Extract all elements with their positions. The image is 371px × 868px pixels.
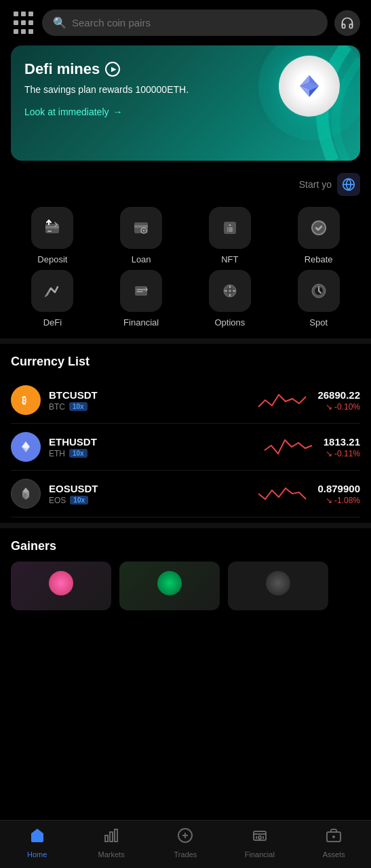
gainers-section: Gainers [0,528,371,616]
gainer-card-2[interactable] [119,561,220,610]
spot-icon-box [298,270,340,312]
financial-nav-icon [252,827,268,848]
eos-price: 0.879900 ↘ -1.08% [317,483,360,505]
options-icon-box [209,270,251,312]
svg-text:₿: ₿ [22,395,26,406]
nav-financial-label: Financial [245,850,275,859]
bottom-navigation: Home Markets Trades [0,820,371,868]
deposit-label: Deposit [37,254,67,264]
btc-price: 26890.22 ↘ -0.10% [317,389,360,412]
loan-icon-box [120,207,162,249]
currency-item-btc[interactable]: ₿ BTCUSDT BTC 10x 26890.22 ↘ -0.10% [11,377,360,424]
eos-info: EOSUSDT EOS 10x [49,483,247,505]
spot-button[interactable]: Spot [277,270,360,328]
eth-leverage: 10x [69,449,87,458]
nft-icon-box [209,207,251,249]
grid-menu-icon[interactable] [11,11,35,35]
btc-price-value: 26890.22 [317,389,360,401]
nav-trades[interactable]: Trades [165,827,206,859]
section-divider [0,338,371,344]
btc-price-change: ↘ -0.10% [317,402,360,412]
rebate-label: Rebate [305,254,333,264]
rebate-button[interactable]: Rebate [277,207,360,264]
nav-markets-label: Markets [98,850,125,859]
eth-sub: ETH 10x [49,449,253,458]
defi-button[interactable]: DeFi [11,270,94,328]
currency-list-title: Currency List [11,355,360,369]
gainer-card-3[interactable] [228,561,328,610]
language-button[interactable] [337,173,360,196]
nav-assets-label: Assets [323,850,345,859]
btc-sparkline [255,387,309,414]
start-row: Start yo [0,167,371,201]
assets-icon [326,827,342,848]
nav-assets[interactable]: Assets [313,827,354,859]
gainers-title: Gainers [11,539,360,553]
financial-icon-box [120,270,162,312]
defi-icon-box [31,270,73,312]
eth-icon [11,432,41,462]
currency-item-eth[interactable]: ETHUSDT ETH 10x 1813.21 ↘ -0.11% [11,424,360,471]
btc-icon: ₿ [11,385,41,415]
gainer-icon-2 [157,571,182,595]
start-text: Start yo [299,179,332,190]
btc-sub: BTC 10x [49,402,247,412]
nav-home-label: Home [27,850,47,859]
eos-sparkline [255,480,309,507]
gainer-icon-3 [266,571,290,595]
eth-logo [279,56,340,117]
header: 🔍 [0,0,371,45]
gainer-icon-1 [49,571,73,595]
btc-base: BTC [49,402,65,412]
options-label: Options [214,317,245,328]
loan-button[interactable]: Loan [100,207,183,264]
svg-rect-36 [110,832,113,842]
nft-button[interactable]: NFT [189,207,272,264]
eth-price: 1813.21 ↘ -0.11% [324,436,360,458]
spot-label: Spot [309,317,328,328]
nav-financial[interactable]: Financial [239,827,280,859]
search-icon: 🔍 [53,16,66,29]
rebate-icon-box [298,207,340,249]
btc-leverage: 10x [69,402,87,411]
promo-banner[interactable]: Defi mines ▶ The savings plan rewards 10… [11,45,360,161]
svg-point-42 [258,836,261,839]
options-button[interactable]: Options [189,270,272,328]
eos-leverage: 10x [70,496,88,505]
eth-info: ETHUSDT ETH 10x [49,436,253,458]
play-icon: ▶ [105,62,120,77]
svg-point-19 [229,290,231,292]
nav-markets[interactable]: Markets [91,827,132,859]
loan-label: Loan [132,254,151,264]
eos-pair: EOSUSDT [49,483,247,494]
deposit-button[interactable]: Deposit [11,207,94,264]
currency-list-section: Currency List ₿ BTCUSDT BTC 10x 26890. [0,344,371,523]
eos-price-value: 0.879900 [317,483,360,494]
defi-label: DeFi [43,317,62,328]
eth-base: ETH [49,449,65,458]
search-bar[interactable]: 🔍 [42,9,328,36]
svg-rect-13 [227,227,233,232]
gainer-card-1[interactable] [11,561,111,610]
svg-rect-8 [45,226,59,229]
eos-price-change: ↘ -1.08% [317,496,360,505]
nav-home[interactable]: Home [17,827,58,859]
currency-item-eos[interactable]: EOSUSDT EOS 10x 0.879900 ↘ -1.08% [11,471,360,517]
eth-sparkline [261,433,315,460]
trades-icon [177,827,193,848]
gainers-divider [0,523,371,528]
deposit-icon-box [31,207,73,249]
eos-icon [11,479,41,509]
eth-price-change: ↘ -0.11% [324,449,360,458]
btc-pair: BTCUSDT [49,389,247,401]
svg-rect-37 [115,829,117,842]
search-input[interactable] [72,17,317,28]
nft-label: NFT [221,254,238,264]
eos-base: EOS [49,496,66,505]
financial-button[interactable]: Financial [100,270,183,328]
financial-label: Financial [123,317,159,328]
nav-trades-label: Trades [174,850,197,859]
support-button[interactable] [334,10,360,36]
eos-sub: EOS 10x [49,496,247,505]
svg-rect-35 [105,835,108,842]
